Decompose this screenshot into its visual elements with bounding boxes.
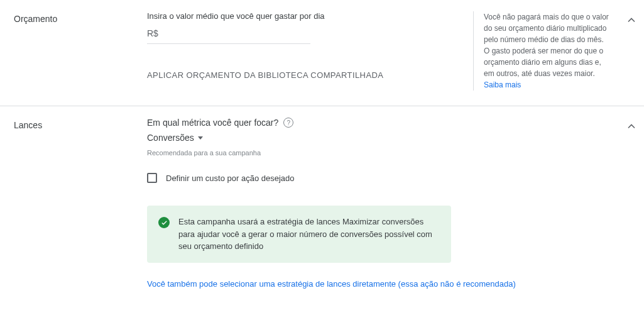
bids-section: Lances Em qual métrica você quer focar? … — [0, 106, 644, 304]
chevron-up-icon[interactable] — [625, 120, 638, 135]
currency-prefix: R$ — [147, 25, 298, 42]
focus-question: Em qual métrica você quer focar? — [147, 118, 278, 128]
dropdown-value: Conversões — [147, 133, 194, 143]
budget-help-text: Você não pagará mais do que o valor do s… — [484, 13, 609, 78]
input-underline — [147, 43, 310, 44]
target-cpa-row[interactable]: Definir um custo por ação desejado — [147, 173, 609, 183]
budget-label: Orçamento — [0, 11, 147, 91]
checkbox-icon[interactable] — [147, 173, 157, 183]
budget-input-wrapper[interactable]: R$ — [147, 25, 463, 44]
budget-content: Insira o valor médio que você quer gasta… — [147, 11, 473, 91]
checkbox-label: Definir um custo por ação desejado — [166, 174, 295, 183]
select-strategy-link[interactable]: Você também pode selecionar uma estratég… — [147, 279, 609, 289]
notice-text: Esta campanha usará a estratégia de lanc… — [178, 216, 440, 253]
budget-field-label: Insira o valor médio que você quer gasta… — [147, 11, 463, 21]
strategy-notice: Esta campanha usará a estratégia de lanc… — [147, 206, 451, 263]
learn-more-link[interactable]: Saiba mais — [484, 80, 521, 89]
apply-library-button[interactable]: APLICAR ORÇAMENTO DA BIBLIOTECA COMPARTI… — [147, 70, 463, 80]
help-icon[interactable]: ? — [283, 118, 293, 128]
check-circle-icon — [158, 217, 170, 228]
chevron-down-icon — [198, 136, 203, 140]
budget-section: Orçamento Insira o valor médio que você … — [0, 0, 644, 106]
metric-dropdown[interactable]: Conversões — [147, 133, 203, 143]
bids-content: Em qual métrica você quer focar? ? Conve… — [147, 118, 619, 289]
chevron-up-icon[interactable] — [625, 14, 638, 28]
recommended-text: Recomendada para a sua campanha — [147, 149, 609, 157]
bids-label: Lances — [0, 118, 147, 289]
budget-help: Você não pagará mais do que o valor do s… — [473, 11, 619, 91]
